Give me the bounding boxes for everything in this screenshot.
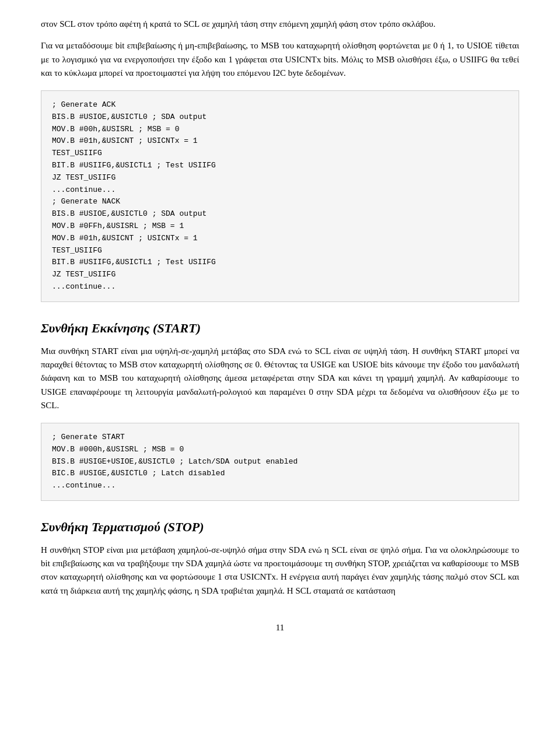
paragraph-3: Μια συνθήκη START είναι μια υψηλή-σε-χαμ… <box>41 345 519 412</box>
paragraph-4: Η συνθήκη STOP είναι μια μετάβαση χαμηλο… <box>41 543 519 598</box>
page-number: 11 <box>41 621 519 634</box>
code-block-start: ; Generate START MOV.B #000h,&USISRL ; M… <box>41 423 519 501</box>
code-block-ack-nack: ; Generate ACK BIS.B #USIOE,&USICTL0 ; S… <box>41 90 519 302</box>
heading-stop: Συνθήκη Τερματισμού (STOP) <box>41 517 519 536</box>
paragraph-1: στον SCL στον τρόπο αφέτη ή κρατά το SCL… <box>41 17 519 31</box>
heading-start: Συνθήκη Εκκίνησης (START) <box>41 318 519 338</box>
paragraph-2: Για να μεταδόσουμε bit επιβεβαίωσης ή μη… <box>41 39 519 80</box>
